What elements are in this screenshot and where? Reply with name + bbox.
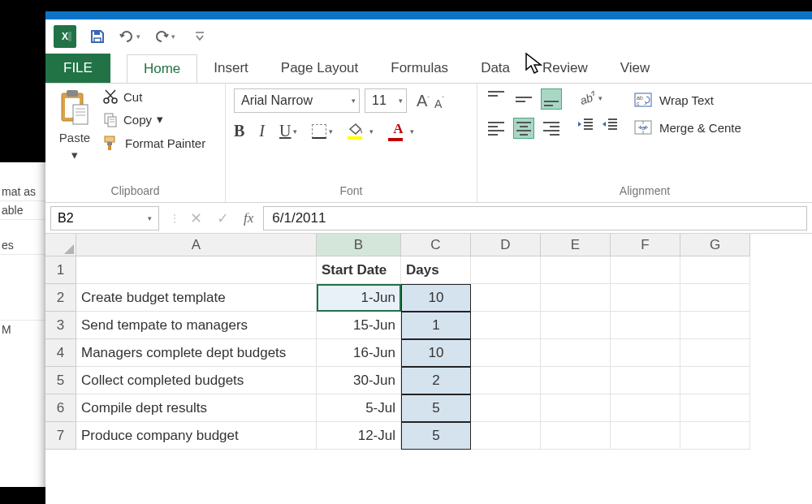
row-header[interactable]: 4 (45, 339, 76, 367)
name-box[interactable]: B2 ▾ (50, 206, 159, 230)
col-header-c[interactable]: C (401, 234, 471, 256)
cell[interactable]: 30-Jun (317, 367, 401, 394)
align-bottom-button[interactable] (541, 88, 562, 110)
cell[interactable] (471, 256, 541, 284)
cell[interactable] (680, 339, 750, 367)
paste-dropdown-icon[interactable]: ▾ (71, 148, 78, 162)
cell[interactable]: 10 (401, 284, 471, 312)
cell[interactable] (471, 312, 541, 339)
cell[interactable] (471, 367, 541, 394)
cell[interactable]: 1 (401, 312, 471, 339)
cell-active[interactable]: 1-Jun (317, 284, 401, 312)
align-right-button[interactable] (541, 118, 562, 139)
row-header[interactable]: 1 (45, 256, 76, 284)
cell[interactable] (611, 312, 680, 339)
cell[interactable] (611, 367, 680, 394)
font-size-combo[interactable]: 11 ▾ (365, 88, 407, 113)
bold-button[interactable]: B (234, 122, 244, 140)
col-header-e[interactable]: E (541, 234, 611, 256)
cell[interactable]: Send tempate to managers (76, 312, 317, 339)
cancel-formula-button[interactable]: ✕ (190, 209, 202, 227)
cell[interactable]: Start Date (317, 256, 401, 284)
cell[interactable]: 12-Jul (317, 422, 401, 450)
review-tab[interactable]: Review (526, 54, 604, 83)
row-header[interactable]: 6 (45, 394, 76, 422)
increase-font-button[interactable]: Aˆ (417, 92, 430, 110)
cell[interactable]: Managers complete dept budgets (76, 339, 317, 367)
row-header[interactable]: 3 (45, 312, 76, 339)
format-painter-button[interactable]: Format Painter (102, 134, 205, 152)
formulas-tab[interactable]: Formulas (374, 54, 464, 83)
cut-button[interactable]: Cut (102, 88, 205, 105)
decrease-font-button[interactable]: Aˇ (433, 92, 444, 110)
orientation-button[interactable]: ab ▾ (577, 88, 619, 108)
enter-formula-button[interactable]: ✓ (217, 209, 229, 227)
increase-indent-button[interactable] (601, 116, 619, 132)
row-header[interactable]: 2 (45, 284, 76, 312)
select-all-corner[interactable] (45, 234, 76, 256)
align-center-button[interactable] (513, 118, 534, 139)
col-header-f[interactable]: F (611, 234, 680, 256)
cell[interactable] (471, 422, 541, 450)
cell[interactable]: Collect completed budgets (76, 367, 317, 394)
align-middle-button[interactable] (513, 88, 534, 110)
cell[interactable] (611, 422, 680, 450)
worksheet-grid[interactable]: A B C D E F G 1 Start Date Days 2 Create… (45, 234, 812, 450)
cell[interactable] (471, 284, 541, 312)
copy-button[interactable]: Copy ▾ (102, 111, 205, 127)
formula-input[interactable]: 6/1/2011 (263, 206, 807, 230)
qat-customize-button[interactable] (195, 31, 205, 42)
cell[interactable]: Create budget template (76, 284, 317, 312)
cell[interactable]: Compile dept results (76, 394, 317, 422)
cell[interactable] (680, 367, 750, 394)
wrap-text-button[interactable]: abc Wrap Text (633, 92, 741, 108)
insert-tab[interactable]: Insert (197, 54, 265, 83)
merge-center-button[interactable]: a Merge & Cente (633, 119, 741, 136)
insert-function-button[interactable]: fx (244, 210, 253, 226)
cell[interactable]: Days (401, 256, 471, 284)
undo-button[interactable]: ▾ (119, 29, 140, 44)
cell[interactable] (611, 339, 680, 367)
cell[interactable] (541, 367, 611, 394)
row-header[interactable]: 5 (45, 367, 76, 394)
save-button[interactable] (89, 28, 106, 45)
cell[interactable] (680, 284, 750, 312)
col-header-a[interactable]: A (76, 234, 317, 256)
file-tab[interactable]: FILE (45, 54, 110, 83)
cell[interactable] (541, 256, 611, 284)
redo-button[interactable]: ▾ (153, 29, 175, 44)
data-tab[interactable]: Data (464, 54, 526, 83)
cell[interactable]: Produce company budget (76, 422, 317, 450)
cell[interactable]: 5 (401, 394, 471, 422)
cell[interactable]: 5 (401, 422, 471, 450)
col-header-b[interactable]: B (317, 234, 401, 256)
cell[interactable] (541, 312, 611, 339)
cell[interactable]: 5-Jul (317, 394, 401, 422)
page-layout-tab[interactable]: Page Layout (265, 54, 374, 83)
cell[interactable] (541, 339, 611, 367)
underline-button[interactable]: U ▾ (279, 122, 297, 140)
cell[interactable] (680, 422, 750, 450)
view-tab[interactable]: View (604, 54, 667, 83)
col-header-d[interactable]: D (471, 234, 541, 256)
col-header-g[interactable]: G (680, 234, 750, 256)
cell[interactable] (541, 284, 611, 312)
cell[interactable]: 10 (401, 339, 471, 367)
home-tab[interactable]: Home (127, 54, 197, 84)
font-color-button[interactable]: A ▾ (388, 121, 414, 141)
cell[interactable]: 16-Jun (317, 339, 401, 367)
italic-button[interactable]: I (259, 122, 265, 140)
cell[interactable]: 15-Jun (317, 312, 401, 339)
window-titlebar[interactable] (45, 11, 812, 19)
cell[interactable] (471, 339, 541, 367)
fill-color-button[interactable]: ▾ (348, 123, 374, 140)
cell[interactable] (471, 394, 541, 422)
cell[interactable] (541, 394, 611, 422)
cell[interactable]: 2 (401, 367, 471, 394)
copy-dropdown-icon[interactable]: ▾ (157, 112, 163, 127)
cell[interactable] (611, 394, 680, 422)
cell[interactable] (680, 312, 750, 339)
cell[interactable] (611, 284, 680, 312)
cell[interactable] (680, 256, 750, 284)
align-top-button[interactable] (486, 88, 507, 110)
